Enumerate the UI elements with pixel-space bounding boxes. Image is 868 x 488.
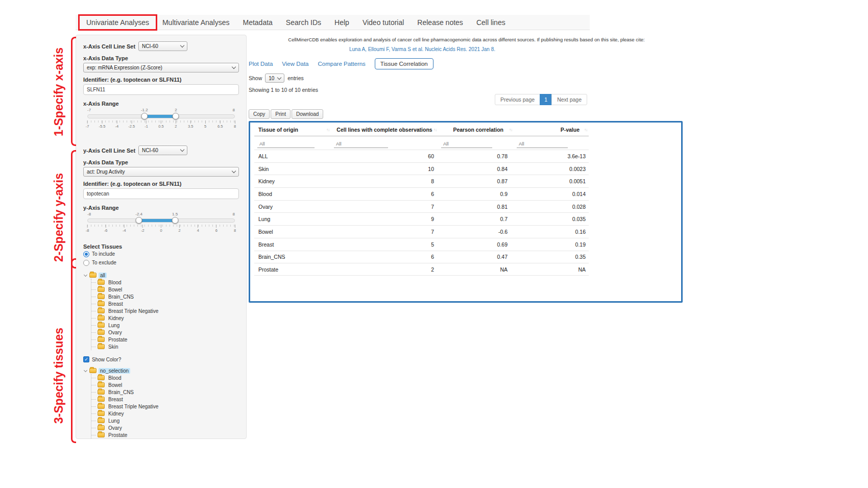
y-data-type-select[interactable]: act: Drug Activity xyxy=(83,167,239,177)
include-tree-item-prostate[interactable]: Prostate xyxy=(91,336,239,343)
table-row-skin: Skin100.840.0023 xyxy=(254,162,589,175)
table-row-ovary: Ovary70.810.028 xyxy=(254,200,589,213)
tab-plot-data[interactable]: Plot Data xyxy=(249,61,273,67)
x-range-to: 2 xyxy=(175,108,177,112)
filter-tissue-of-origin-input[interactable] xyxy=(257,140,315,148)
exclude-radio-label: To exclude xyxy=(92,260,116,265)
y-identifier-input[interactable] xyxy=(83,188,239,199)
y-range-handle-high[interactable] xyxy=(172,217,178,224)
exclude-tree-item-breast[interactable]: Breast xyxy=(91,396,239,403)
include-tree-item-kidney[interactable]: Kidney xyxy=(91,314,239,322)
x-range-handle-low[interactable] xyxy=(141,113,148,119)
x-range-slider: -7 8 -1.2 2 -7 -5.5 -4 -2.5 -1 0.5 2 3.5… xyxy=(87,108,235,128)
y-range-max: 8 xyxy=(233,212,235,216)
exclude-tree-item-lung[interactable]: Lung xyxy=(91,417,239,424)
folder-icon xyxy=(98,404,105,409)
folder-icon xyxy=(98,389,105,395)
sort-icon[interactable]: ↑↓ xyxy=(509,127,512,132)
header-pearson-correlation[interactable]: Pearson correlation↑↓ xyxy=(438,127,514,133)
include-tree-root-all[interactable]: all xyxy=(83,272,239,279)
sort-icon[interactable]: ↑↓ xyxy=(433,127,437,132)
exclude-tree-item-prostate[interactable]: Prostate xyxy=(91,431,239,438)
folder-icon xyxy=(98,280,105,285)
nav-tab-release-notes[interactable]: Release notes xyxy=(411,18,470,27)
exclude-tree-item-kidney[interactable]: Kidney xyxy=(91,410,239,417)
nav-tab-search-ids[interactable]: Search IDs xyxy=(279,18,328,27)
annotation-bracket-2 xyxy=(71,150,76,269)
annotation-step2-label: 2-Specify y-axis xyxy=(52,173,66,262)
x-range-handle-high[interactable] xyxy=(173,113,179,119)
slider-selected-range xyxy=(139,219,175,222)
x-cell-line-set-row: x-Axis Cell Line Set NCI-60 xyxy=(83,41,239,51)
next-page-button[interactable]: Next page xyxy=(551,94,587,105)
x-range-min: -7 xyxy=(87,108,91,112)
folder-icon xyxy=(98,344,105,349)
table-filter-row xyxy=(254,136,589,150)
include-tree-item-brain-cns[interactable]: Brain_CNS xyxy=(91,293,239,300)
current-page-button[interactable]: 1 xyxy=(540,94,552,105)
header-p-value[interactable]: P-value↑↓ xyxy=(514,127,589,133)
tab-compare-patterns[interactable]: Compare Patterns xyxy=(318,61,366,67)
header-tissue-of-origin[interactable]: Tissue of origin↑↓ xyxy=(254,127,331,133)
folder-icon xyxy=(98,337,105,342)
citation-link[interactable]: Luna A, Elloumi F, Varma S et al. Nuclei… xyxy=(349,46,495,52)
tab-tissue-correlation[interactable]: Tissue Correlation xyxy=(375,58,433,69)
exclude-tree-item-breast-triple-negative[interactable]: Breast Triple Negative xyxy=(91,403,239,410)
folder-icon xyxy=(98,411,105,416)
print-button[interactable]: Print xyxy=(271,109,291,119)
tab-view-data[interactable]: View Data xyxy=(282,61,308,67)
show-color-checkbox[interactable]: ✓ Show Color? xyxy=(83,356,239,362)
filter-cell-lines-input[interactable] xyxy=(334,140,388,148)
sort-icon[interactable]: ↑↓ xyxy=(326,127,329,132)
include-tree-item-ovary[interactable]: Ovary xyxy=(91,329,239,336)
include-tree-item-lung[interactable]: Lung xyxy=(91,322,239,329)
control-sidebar: x-Axis Cell Line Set NCI-60 x-Axis Data … xyxy=(76,35,247,439)
export-buttons: Copy Print Download xyxy=(249,109,684,119)
y-range-handle-low[interactable] xyxy=(136,217,142,224)
nav-tab-video-tutorial[interactable]: Video tutorial xyxy=(356,18,411,27)
x-data-type-select[interactable]: exp: mRNA Expression (Z-Score) xyxy=(83,63,239,72)
nav-tab-univariate-analyses[interactable]: Univariate Analyses xyxy=(80,18,156,27)
sort-icon[interactable]: ↑↓ xyxy=(584,127,587,132)
entries-count-select[interactable]: 10 xyxy=(265,74,284,83)
exclude-tree-item-blood[interactable]: Blood xyxy=(91,374,239,381)
exclude-tree-item-ovary[interactable]: Ovary xyxy=(91,424,239,431)
include-tree-item-breast[interactable]: Breast xyxy=(91,300,239,307)
entries-label: entries xyxy=(287,75,304,81)
nav-tab-cell-lines[interactable]: Cell lines xyxy=(470,18,512,27)
exclude-tree-item-brain-cns[interactable]: Brain_CNS xyxy=(91,388,239,396)
tissues-include-radio[interactable]: To include xyxy=(83,250,239,258)
checkbox-checked-icon: ✓ xyxy=(83,356,89,362)
filter-p-value-input[interactable] xyxy=(517,140,568,148)
x-cell-line-set-select[interactable]: NCI-60 xyxy=(138,41,187,51)
nav-tab-metadata[interactable]: Metadata xyxy=(236,18,279,27)
nav-tab-multivariate-analyses[interactable]: Multivariate Analyses xyxy=(156,18,236,27)
y-data-type-value: act: Drug Activity xyxy=(87,169,125,175)
x-identifier-input[interactable] xyxy=(83,84,239,95)
copy-button[interactable]: Copy xyxy=(249,109,270,119)
y-range-from: -2.4 xyxy=(135,212,142,216)
folder-icon xyxy=(98,294,105,299)
annotation-step1-label: 1-Specify x-axis xyxy=(52,47,66,136)
chevron-down-icon xyxy=(84,273,87,276)
filter-pearson-correlation-input[interactable] xyxy=(441,140,492,148)
exclude-tree-item-bowel[interactable]: Bowel xyxy=(91,381,239,388)
table-row-brain-cns: Brain_CNS60.470.35 xyxy=(254,251,589,263)
include-tree-item-breast-triple-negative[interactable]: Breast Triple Negative xyxy=(91,307,239,314)
folder-icon xyxy=(98,308,105,313)
y-cell-line-set-select[interactable]: NCI-60 xyxy=(138,145,187,155)
y-data-type-label: y-Axis Data Type xyxy=(83,159,239,165)
include-tree-item-bowel[interactable]: Bowel xyxy=(91,286,239,293)
header-cell-lines-complete-observations[interactable]: Cell lines with complete observations↑↓ xyxy=(331,127,438,133)
download-button[interactable]: Download xyxy=(292,109,323,119)
include-tree-item-blood[interactable]: Blood xyxy=(91,279,239,286)
previous-page-button[interactable]: Previous page xyxy=(495,94,540,105)
chevron-down-icon xyxy=(277,75,281,79)
exclude-tree-root-no-selection[interactable]: no_selection xyxy=(83,367,239,374)
tissues-exclude-radio[interactable]: To exclude xyxy=(83,258,239,267)
include-tree-item-skin[interactable]: Skin xyxy=(91,343,239,350)
nav-tab-help[interactable]: Help xyxy=(328,18,356,27)
x-data-type-value: exp: mRNA Expression (Z-Score) xyxy=(87,65,162,70)
y-cell-line-set-value: NCI-60 xyxy=(142,148,158,153)
exclude-tree-item-skin[interactable]: Skin xyxy=(91,438,239,439)
